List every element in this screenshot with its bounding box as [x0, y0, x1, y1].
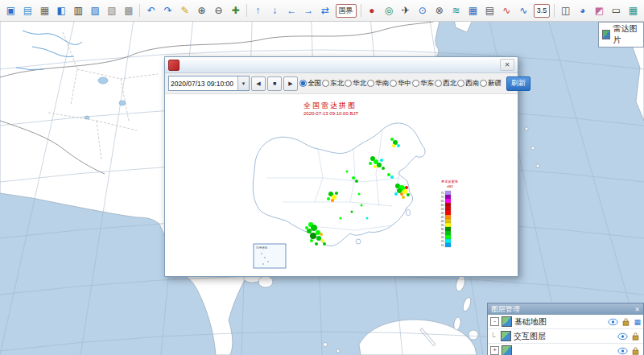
region-radio[interactable]	[390, 80, 397, 87]
region-option[interactable]: 华北	[345, 79, 366, 89]
region-radio[interactable]	[322, 80, 329, 87]
region-label: 西北	[443, 79, 456, 89]
legend-color-cell	[445, 199, 451, 203]
legend-color-cell	[445, 207, 451, 211]
region-radio[interactable]	[345, 80, 352, 87]
pan-icon[interactable]: ✚	[227, 2, 244, 19]
datetime-value: 2020/07/13 09:10:00	[171, 80, 233, 88]
boundary-button[interactable]: 国界	[336, 4, 357, 18]
ryukyu-island	[531, 147, 535, 150]
legend-value: 40	[441, 220, 444, 223]
radar-images-panel[interactable]: 雷达图片	[598, 22, 644, 47]
region-radio[interactable]	[299, 80, 307, 87]
toolbar-separator	[554, 4, 555, 17]
save-icon[interactable]: ◧	[53, 2, 70, 19]
datetime-dropdown[interactable]: 2020/07/13 09:10:00 ▼	[168, 76, 250, 91]
region-radio[interactable]	[367, 80, 374, 87]
expander-icon[interactable]: +	[490, 346, 499, 355]
screen-icon[interactable]: ▭	[608, 2, 625, 19]
refresh-button[interactable]: 刷新	[506, 76, 530, 91]
layer-row[interactable]: └交互图层	[488, 329, 643, 344]
region-option[interactable]: 新疆	[480, 79, 502, 89]
inset-label: 南海诸岛	[256, 246, 268, 250]
record-icon[interactable]: ●	[364, 2, 381, 19]
close-icon[interactable]: ✕	[500, 59, 514, 71]
arrow-up-icon[interactable]: ↑	[250, 2, 266, 19]
eye-icon[interactable]	[608, 318, 618, 326]
window-toolbar: 2020/07/13 09:10:00 ▼ ◀■▶ 全国东北华北华南华中华东西北…	[165, 73, 518, 94]
region-option[interactable]: 全国	[299, 79, 321, 89]
toolbar-separator	[139, 4, 140, 17]
region-option[interactable]: 东北	[322, 79, 344, 89]
wave-blue-icon[interactable]: ∿	[515, 2, 532, 19]
layer-manager-panel: 图层管理 ✕ -基础地图▦└交互图层+	[487, 303, 644, 355]
globe-icon[interactable]: ◎	[380, 2, 397, 19]
monitor-icon[interactable]: ▥	[70, 2, 87, 19]
window-titlebar[interactable]: ✕	[165, 57, 518, 73]
table-icon[interactable]: ▤	[481, 2, 498, 19]
legend-color-cell	[445, 203, 451, 207]
window-icon[interactable]: ▣	[2, 2, 19, 19]
region-radio[interactable]	[412, 80, 419, 87]
panel-close-icon[interactable]: ✕	[634, 306, 640, 313]
undo-icon[interactable]: ↶	[142, 2, 159, 19]
region-radio[interactable]	[435, 80, 442, 87]
region-option[interactable]: 华南	[367, 79, 389, 89]
arrow-left-icon[interactable]: ←	[283, 2, 300, 19]
prev-frame-button[interactable]: ◀	[251, 76, 266, 91]
lock-icon[interactable]	[621, 318, 631, 326]
legend-color-cell	[445, 227, 451, 231]
region-label: 华南	[375, 79, 389, 89]
zoom-out-icon[interactable]: ⊖	[210, 2, 227, 19]
chevron-down-icon[interactable]: ▼	[237, 76, 249, 90]
report-icon[interactable]: ◫	[557, 2, 574, 19]
plane-icon[interactable]: ✈	[397, 2, 414, 19]
film-icon[interactable]: ▨	[87, 2, 104, 19]
target-icon[interactable]: ⊙	[414, 2, 431, 19]
region-radio[interactable]	[480, 80, 487, 87]
lock-icon[interactable]	[630, 332, 641, 341]
region-option[interactable]: 西南	[457, 79, 479, 89]
legend-title: 基本反射率	[441, 180, 459, 184]
analyze-icon[interactable]: ◕	[574, 2, 591, 19]
layer-row[interactable]: -基础地图▦	[488, 315, 643, 329]
edit-icon[interactable]: ✎	[176, 2, 193, 19]
swap-icon[interactable]: ⇄	[317, 2, 334, 19]
arrow-down-icon[interactable]: ↓	[266, 2, 283, 19]
next-frame-button[interactable]: ▶	[283, 76, 298, 91]
lock-icon[interactable]	[630, 347, 641, 355]
eye-icon[interactable]	[617, 347, 628, 355]
ryukyu-island	[536, 164, 539, 167]
layer-settings-icon[interactable]: ▦	[634, 318, 641, 326]
print-icon[interactable]: ▦	[36, 2, 53, 19]
layers-icon[interactable]: ≋	[448, 2, 464, 19]
stop-button[interactable]: ■	[267, 76, 282, 91]
zoom-in-icon[interactable]: ⊕	[193, 2, 210, 19]
layer-icon	[502, 316, 512, 327]
wave-red-icon[interactable]: ∿	[498, 2, 515, 19]
expander-icon[interactable]: -	[490, 317, 499, 326]
region-option[interactable]: 西北	[435, 79, 456, 89]
document-icon[interactable]: ▧	[104, 2, 121, 19]
chart-icon[interactable]: ▤	[19, 2, 36, 19]
mesh-icon[interactable]: ▦	[625, 2, 642, 19]
region-label: 华东	[420, 79, 434, 89]
region-radio[interactable]	[457, 80, 464, 87]
legend-value: 25	[441, 232, 444, 235]
palette-icon[interactable]: ◩	[591, 2, 608, 19]
layer-row[interactable]: +	[488, 344, 643, 355]
satellite-icon[interactable]: ⊗	[431, 2, 448, 19]
legend-colorbar: 7570656055504540353025201510	[441, 191, 451, 247]
layer-panel-header[interactable]: 图层管理 ✕	[488, 303, 643, 315]
redo-icon[interactable]: ↷	[159, 2, 176, 19]
legend-color-cell	[445, 223, 451, 227]
layer-label: 交互图层	[514, 331, 546, 342]
scale-button[interactable]: 3.5	[534, 4, 551, 18]
copy-icon[interactable]: ▩	[120, 2, 137, 19]
eye-icon[interactable]	[617, 332, 628, 341]
arrow-right-icon[interactable]: →	[300, 2, 317, 19]
grid-icon[interactable]: ▦	[464, 2, 481, 19]
region-option[interactable]: 华中	[390, 79, 411, 89]
region-option[interactable]: 华东	[412, 79, 434, 89]
legend-color-cell	[445, 231, 451, 235]
